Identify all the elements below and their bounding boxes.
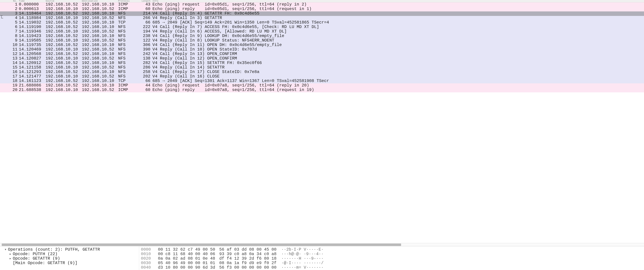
cell-source: 192.168.10.10 (45, 47, 81, 52)
packet-list[interactable]: No. Time Source Destination Protocol Len… (0, 0, 644, 92)
packet-row[interactable]: 914.119585192.168.10.10192.168.10.52NFS1… (0, 38, 644, 43)
col-header-protocol[interactable]: Protocol (118, 0, 138, 3)
packet-list-header[interactable]: No. Time Source Destination Protocol Len… (0, 0, 644, 3)
cell-protocol: ICMP (118, 7, 138, 11)
cell-source: 192.168.10.52 (45, 61, 81, 65)
cell-length: 258 (138, 70, 151, 74)
expand-caret-icon[interactable] (4, 248, 7, 251)
tree-node-label: Operations (count: 2): PUTFH, GETATTR (8, 247, 100, 252)
col-header-destination[interactable]: Destination (81, 0, 118, 3)
cell-time: 14.121477 (18, 74, 45, 79)
hex-offset: 0000 (141, 247, 153, 252)
cell-length: 286 (138, 65, 151, 70)
cell-protocol: NFS (118, 47, 138, 52)
cell-protocol: ICMP (118, 83, 138, 88)
packet-bytes-pane[interactable]: 0000 00 11 32 62 c7 49 00 5056 af 03 dd … (139, 246, 644, 270)
packet-row[interactable]: 414.118984192.168.10.10192.168.10.52NFS2… (0, 16, 644, 20)
cell-destination: 192.168.10.52 (81, 74, 118, 79)
packet-row[interactable]: 10.000000192.168.10.52192.168.10.10ICMP4… (0, 3, 644, 7)
cell-destination: 192.168.10.10 (81, 43, 118, 47)
packet-row[interactable]: 1214.120568192.168.10.52192.168.10.10NFS… (0, 52, 644, 56)
packet-row[interactable]: 1714.121477192.168.10.10192.168.10.52NFS… (0, 74, 644, 79)
cell-info: V4 Reply (Call In 6) ACCESS, [Allowed: R… (151, 29, 644, 34)
cell-source: 192.168.10.52 (45, 25, 81, 29)
cell-info: V4 Call (Reply In 15) SETATTR FH: 0x35ec… (151, 61, 644, 65)
packet-list-hscrollbar-thumb[interactable] (2, 243, 401, 246)
related-marker (0, 52, 4, 56)
hex-bytes-group-1: 00 c8 11 68 40 00 40 06 (153, 252, 215, 256)
tree-node[interactable]: Operations (count: 2): PUTFH, GETATTR (3, 247, 137, 252)
cell-source: 192.168.10.52 (45, 52, 81, 56)
cell-protocol: ICMP (118, 2, 138, 7)
expand-caret-icon[interactable] (9, 252, 12, 256)
packet-details-pane[interactable]: Operations (count: 2): PUTFH, GETATTROpc… (0, 246, 139, 270)
cell-protocol: NFS (118, 43, 138, 47)
hex-row[interactable]: 0010 00 c8 11 68 40 00 40 0693 39 c0 a8 … (141, 252, 644, 256)
packet-list-pane[interactable]: No. Time Source Destination Protocol Len… (0, 0, 644, 243)
packet-row[interactable]: 1414.120912192.168.10.52192.168.10.10NFS… (0, 61, 644, 65)
cell-destination: 192.168.10.10 (81, 11, 118, 16)
cell-time: 14.119190 (18, 25, 45, 29)
cell-destination: 192.168.10.10 (81, 83, 118, 88)
col-header-no[interactable]: No. (4, 0, 18, 3)
cell-length: 282 (138, 61, 151, 65)
related-marker (0, 38, 4, 43)
hex-offset: 0030 (141, 261, 153, 265)
cell-destination: 192.168.10.10 (81, 34, 118, 38)
cell-info: V4 Call (Reply In 17) CLOSE StateID: 0x7… (151, 70, 644, 74)
packet-row[interactable]: 1921.688086192.168.10.52192.168.10.10ICM… (0, 83, 644, 88)
cell-length: 66 (138, 20, 151, 25)
packet-row[interactable]: 1014.119735192.168.10.52192.168.10.10NFS… (0, 43, 644, 47)
hex-offset: 0020 (141, 256, 153, 261)
tree-node[interactable]: Opcode: GETATTR (9) (3, 256, 137, 261)
tree-node-label: Opcode: GETATTR (9) (13, 256, 60, 261)
cell-destination: 192.168.10.52 (81, 65, 118, 70)
packet-row[interactable]: 314.118464192.168.10.52192.168.10.10NFS2… (0, 12, 644, 16)
hex-bytes-group-2: 08 0a 1a f9 d9 e9 f0 2f (219, 261, 276, 265)
cell-no: 2 (4, 7, 18, 11)
tree-node[interactable]: Opcode: PUTFH (22) (3, 252, 137, 256)
packet-row[interactable]: 1114.120469192.168.10.10192.168.10.52NFS… (0, 47, 644, 52)
cell-no: 18 (4, 79, 18, 83)
packet-row[interactable]: 1314.120827192.168.10.10192.168.10.52NFS… (0, 56, 644, 61)
packet-row[interactable]: 614.119190192.168.10.52192.168.10.10NFS2… (0, 25, 644, 29)
packet-list-hscrollbar[interactable] (0, 243, 644, 246)
hex-ascii: ··2b·I·P V·····E· (276, 247, 324, 252)
cell-protocol: NFS (118, 65, 138, 70)
hex-ascii: ···h@·@· ·9···4·· (276, 252, 324, 256)
cell-no: 17 (4, 74, 18, 79)
cell-no: 20 (4, 88, 18, 92)
cell-no: 3 (4, 11, 18, 16)
packet-row[interactable]: 714.119346192.168.10.10192.168.10.52NFS1… (0, 29, 644, 34)
packet-row[interactable]: 1614.121293192.168.10.52192.168.10.10NFS… (0, 70, 644, 74)
hex-row[interactable]: 0030 05 40 96 49 00 00 01 0108 0a 1a f9 … (141, 261, 644, 265)
related-marker (0, 43, 4, 47)
packet-row[interactable]: 814.119423192.168.10.52192.168.10.10NFS2… (0, 34, 644, 38)
cell-protocol: NFS (118, 70, 138, 74)
cell-source: 192.168.10.52 (45, 70, 81, 74)
col-header-time[interactable]: Time (18, 0, 45, 3)
cell-length: 122 (138, 38, 151, 43)
col-header-source[interactable]: Source (45, 0, 81, 3)
cell-destination: 192.168.10.52 (81, 38, 118, 43)
hex-row[interactable]: 0040 d3 10 80 00 00 90 6d 3d56 f3 00 00 … (141, 265, 644, 270)
cell-protocol: NFS (118, 16, 138, 20)
related-marker (0, 3, 4, 7)
packet-row[interactable]: 1814.161123192.168.10.52192.168.10.10TCP… (0, 79, 644, 83)
cell-time: 21.688086 (18, 83, 45, 88)
col-header-info[interactable]: Info (151, 0, 644, 3)
tree-node-label: [Main Opcode: GETATTR (9)] (13, 261, 77, 265)
packet-row[interactable]: 1514.121158192.168.10.10192.168.10.52NFS… (0, 65, 644, 70)
related-marker (0, 34, 4, 38)
cell-destination: 192.168.10.10 (81, 61, 118, 65)
col-header-length[interactable]: Length (138, 0, 151, 3)
related-marker (0, 20, 4, 25)
tree-node[interactable]: ▶[Main Opcode: GETATTR (9)] (3, 261, 137, 265)
packet-row[interactable]: 20.000613192.168.10.10192.168.10.52ICMP6… (0, 7, 644, 12)
cell-source: 192.168.10.10 (45, 7, 81, 11)
hex-row[interactable]: 0020 0a 0a 02 ad 08 01 0e 48df f4 12 39 … (141, 256, 644, 261)
expand-caret-icon[interactable] (9, 257, 12, 260)
packet-row[interactable]: 2021.688538192.168.10.10192.168.10.52ICM… (0, 88, 644, 92)
hex-row[interactable]: 0000 00 11 32 62 c7 49 00 5056 af 03 dd … (141, 247, 644, 252)
packet-row[interactable]: 514.119032192.168.10.52192.168.10.10TCP6… (0, 20, 644, 25)
